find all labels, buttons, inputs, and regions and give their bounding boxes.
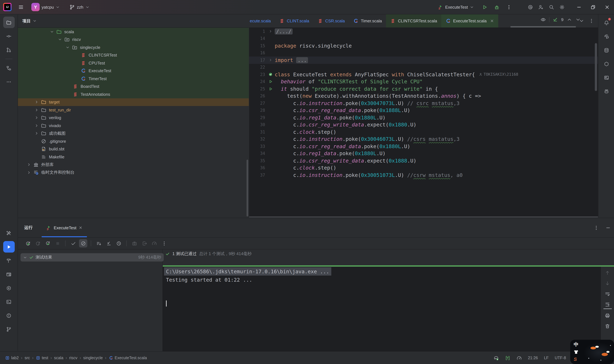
author-inlay-hint[interactable]: TOKISAKIX\21168 (479, 72, 518, 77)
rail-pull-requests-button[interactable] (3, 44, 14, 56)
tree-item-vivado[interactable]: vivado (18, 122, 249, 130)
run-toolbar-gauge-button[interactable] (150, 239, 158, 247)
run-toolbar-sortin-button[interactable] (105, 239, 113, 247)
tree-item-ExecuteTest[interactable]: ExecuteTest (18, 67, 249, 75)
run-toolbar-export-button[interactable] (140, 239, 148, 247)
rail-tools-button[interactable] (3, 227, 14, 239)
tree-item-scala[interactable]: scala (18, 28, 249, 36)
console-printer-button[interactable] (603, 311, 612, 320)
editor-tab-CLINT.scala[interactable]: CLINT.scala (275, 14, 313, 27)
code-with-me-button[interactable] (538, 4, 544, 10)
ime-mode-indicator[interactable]: 中 (574, 342, 578, 348)
code-line-31[interactable]: 31 c.clock.step() (249, 128, 598, 136)
ime-logo[interactable]: S (574, 356, 577, 362)
editor-splitter[interactable] (249, 217, 598, 217)
breadcrumb-singlecycle[interactable]: singlecycle (83, 356, 103, 360)
run-toolbar-clockhist-button[interactable] (114, 239, 123, 247)
more-vertical-icon[interactable] (594, 225, 599, 230)
code-line-34[interactable]: 34 c.io.reg1_data.poke(0x1880L.U) (249, 150, 598, 157)
run-toolbar-rerunfail-button[interactable] (34, 239, 42, 247)
console-output[interactable]: C:\Users\26586\.jdks\temurin-17.0.16\bin… (163, 267, 601, 351)
rail-coding-agent-button[interactable] (601, 86, 612, 97)
maximize-button[interactable] (586, 0, 600, 14)
editor-tab-Timer.scala[interactable]: Timer.scala (349, 14, 386, 27)
rail-ai-assistant-button[interactable] (601, 31, 612, 42)
run-button[interactable] (478, 2, 490, 12)
code-line-26[interactable]: 26 test(new Execute).withAnnotations(Tes… (249, 92, 598, 100)
tree-item-test_run_dir[interactable]: test_run_dir (18, 106, 249, 114)
copilot-status[interactable] (493, 355, 499, 361)
tree-item-.gitignore[interactable]: .gitignore (18, 137, 249, 145)
run-configuration-selector[interactable]: ExecuteTest (438, 4, 474, 10)
rail-more-button[interactable] (3, 76, 14, 88)
tab-options-button[interactable] (589, 18, 594, 24)
console-line[interactable]: Testing started at 01:22 ... (164, 275, 254, 284)
run-toolbar-sortdur-button[interactable] (95, 239, 103, 247)
tree-item-CLINTCSRTest[interactable]: CLINTCSRTest (18, 51, 249, 59)
rail-commit-button[interactable] (3, 30, 14, 42)
minimize-button[interactable] (572, 0, 586, 14)
chevron-down-icon[interactable] (33, 19, 37, 23)
rail-sbt-button[interactable] (601, 58, 612, 69)
close-icon[interactable] (79, 226, 83, 230)
more-actions-button[interactable] (503, 2, 515, 12)
tree-item-build.sbt[interactable]: build.sbt (18, 145, 249, 153)
editor-scrollbar[interactable] (595, 43, 597, 91)
line-separator[interactable]: LF (544, 356, 549, 360)
tree-item-成功截图[interactable]: 成功截图 (18, 130, 249, 137)
code-line-25[interactable]: 25 it should "produce correct data for c… (249, 85, 598, 92)
rail-project-button[interactable] (3, 17, 14, 28)
chevron-down-icon[interactable] (575, 17, 581, 22)
editor-tab-ExecuteTest.scala[interactable]: ExecuteTest.scala (441, 14, 498, 27)
chevron-up-icon[interactable] (567, 17, 572, 22)
code-line-32[interactable]: 32 c.io.instruction.poke(0x30046073L.U) … (249, 136, 598, 143)
rail-notifications-button[interactable] (601, 17, 612, 28)
editor-tab-CSR.scala[interactable]: CSR.scala (313, 14, 349, 27)
rail-structure-button[interactable] (3, 62, 14, 74)
code-line-33[interactable]: 33 c.io.csr_reg_read_data.poke(0x1880L.U… (249, 143, 598, 150)
tree-item-target[interactable]: target (18, 98, 249, 106)
run-toolbar-rerun-button[interactable] (24, 239, 32, 247)
code-line-37[interactable]: 37 c.io.instruction.poke(0x30051073L.U) … (249, 171, 598, 179)
breadcrumb-lab2[interactable]: lab2 (5, 356, 19, 360)
code-line-22[interactable]: 22 (249, 64, 598, 71)
tab-scrollbar[interactable] (510, 26, 576, 27)
tree-item-外部库[interactable]: 外部库 (18, 161, 249, 169)
run-toolbar-noentry-button[interactable] (79, 239, 87, 247)
rail-terminal-button[interactable] (3, 296, 14, 308)
code-line-23[interactable]: 23 class ExecuteTest extends AnyFlatSpec… (249, 71, 598, 78)
tree-item-TestAnnotations[interactable]: TestAnnotations (18, 90, 249, 98)
tree-item-riscv[interactable]: riscv (18, 36, 249, 43)
console-line[interactable]: C:\Users\26586\.jdks\temurin-17.0.16\bin… (164, 267, 331, 275)
tree-item-TimerTest[interactable]: TimerTest (18, 75, 249, 83)
code-editor[interactable]: 1 /.../ 14 15 package riscv.singlecycle … (249, 28, 598, 217)
code-line-35[interactable]: 35 c.io.csr_reg_write_data.expect(0x1888… (249, 157, 598, 164)
rail-run-button[interactable] (3, 241, 14, 253)
console-arrowup-button[interactable] (603, 269, 612, 277)
project-widget[interactable]: Y yatcpu (30, 2, 61, 12)
code-line-24[interactable]: 24 behavior of "CLINTCSRTest of Single C… (249, 78, 598, 85)
console-arrowdn-button[interactable] (603, 279, 612, 287)
rail-build-button[interactable] (3, 255, 14, 266)
eye-icon[interactable] (541, 17, 546, 22)
breadcrumb-riscv[interactable]: riscv (69, 356, 77, 360)
input-method-overlay[interactable]: 中 S (570, 340, 614, 364)
debug-button[interactable] (490, 2, 503, 12)
code-line-36[interactable]: 36 c.clock.step() (249, 164, 598, 171)
main-menu-button[interactable] (15, 2, 27, 12)
console-softwrap-button[interactable] (603, 290, 612, 298)
tree-item-verilog[interactable]: verilog (18, 114, 249, 122)
breadcrumb-src[interactable]: src (25, 356, 30, 360)
console-trash-button[interactable] (603, 322, 612, 330)
breadcrumb-ExecuteTest.scala[interactable]: ExecuteTest.scala (109, 356, 147, 360)
run-toolbar-camera-button[interactable] (130, 239, 139, 247)
editor-tab-CLINTCSRTest.scala[interactable]: CLINTCSRTest.scala (386, 14, 441, 27)
tree-item-Makefile[interactable]: Makefile (18, 153, 249, 161)
run-toolbar-stop-button[interactable] (53, 239, 62, 247)
ime-skin-icon[interactable] (573, 349, 579, 355)
vcs-branch-widget[interactable]: zzh (68, 2, 91, 12)
gutter-slot[interactable] (266, 58, 275, 62)
rail-sbt-shell-button[interactable] (3, 282, 14, 294)
memory-indicator[interactable] (516, 355, 522, 361)
close-icon[interactable] (490, 19, 494, 23)
